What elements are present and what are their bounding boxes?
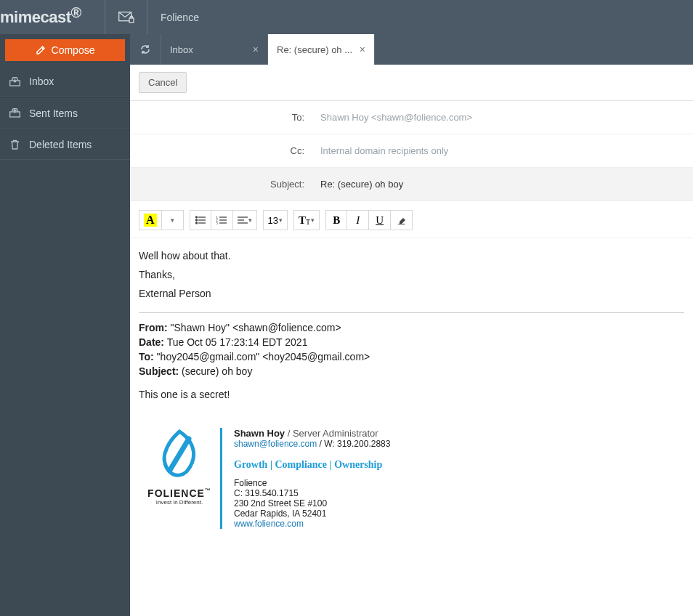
compose-actions: Cancel <box>130 65 693 101</box>
signature-body: Shawn Hoy / Server Administrator shawn@f… <box>234 428 390 529</box>
bold-icon: B <box>333 214 340 227</box>
quoted-date-value: Tue Oct 05 17:23:14 EDT 2021 <box>164 336 307 348</box>
message-body[interactable]: Well how about that. Thanks, External Pe… <box>130 238 693 616</box>
to-input[interactable] <box>317 108 693 127</box>
svg-point-8 <box>195 222 197 224</box>
sidebar-item-sent[interactable]: Sent Items <box>0 97 130 129</box>
svg-point-6 <box>195 219 197 221</box>
underline-button[interactable]: U <box>369 210 391 230</box>
sidebar-item-label: Sent Items <box>29 108 78 119</box>
quoted-message: From: "Shawn Hoy" <shawn@folience.com> D… <box>139 322 684 400</box>
number-list-icon: 123 <box>216 216 227 224</box>
tab-compose-active[interactable]: Re: (secure) oh ... × <box>268 34 375 65</box>
signature-tagline: Growth | Compliance | Ownership <box>234 459 390 471</box>
tab-label: Inbox <box>170 44 193 55</box>
brand-reg-mark: ® <box>71 4 82 21</box>
quote-separator <box>139 312 684 313</box>
quoted-subject-label: Subject: <box>139 365 179 377</box>
signature-addr2: Cedar Rapids, IA 52401 <box>234 508 390 519</box>
signature-divider <box>220 428 222 529</box>
signature-cell: C: 319.540.1715 <box>234 488 390 498</box>
quoted-subject-value: (secure) oh boy <box>179 365 252 377</box>
align-icon <box>238 216 248 224</box>
brand-logo: mimecast® <box>0 0 105 34</box>
signature-email[interactable]: shawn@folience.com <box>234 439 317 449</box>
bullet-list-button[interactable] <box>190 210 211 230</box>
eraser-button[interactable] <box>391 210 413 230</box>
svg-rect-1 <box>129 18 134 23</box>
cc-input[interactable] <box>317 141 693 161</box>
app-name: Folience <box>147 0 199 34</box>
to-label: To: <box>130 112 317 123</box>
font-color-dropdown[interactable] <box>162 210 184 230</box>
body-line: External Person <box>139 288 684 299</box>
signature-addr1: 230 2nd Street SE #100 <box>234 498 390 508</box>
close-icon[interactable]: × <box>360 44 365 55</box>
quoted-to-label: To: <box>139 351 154 362</box>
close-icon[interactable]: × <box>253 44 259 55</box>
brand-text: mimecast <box>0 8 71 27</box>
to-row: To: <box>130 101 693 134</box>
quoted-date-label: Date: <box>139 336 164 348</box>
signature-company: Folience <box>234 478 390 488</box>
refresh-icon <box>139 44 151 55</box>
svg-point-4 <box>195 216 197 218</box>
heading-button[interactable]: TT <box>293 210 320 230</box>
number-list-button[interactable]: 123 <box>211 210 233 230</box>
compose-button[interactable]: Compose <box>5 39 125 61</box>
svg-text:3: 3 <box>216 221 218 224</box>
svg-rect-19 <box>398 224 405 224</box>
sidebar: Compose Inbox Sent Items Deleted Items <box>0 34 130 616</box>
quoted-body: This one is a secret! <box>139 389 684 400</box>
signature-name: Shawn Hoy <box>234 428 285 439</box>
tab-inbox[interactable]: Inbox × <box>161 34 268 65</box>
quoted-to-value: "hoy2045@gmail.com" <hoy2045@gmail.com> <box>154 351 370 362</box>
top-bar: mimecast® Folience <box>0 0 693 34</box>
mail-lock-icon[interactable] <box>105 0 147 34</box>
signature-website[interactable]: www.folience.com <box>234 519 304 529</box>
signature-block: FOLIENCE™ Invest in Different. Shawn Hoy… <box>139 428 684 529</box>
signature-logo: FOLIENCE™ Invest in Different. <box>139 428 220 529</box>
header-fields: To: Cc: Subject: <box>130 101 693 201</box>
cc-row: Cc: <box>130 134 693 168</box>
body-line: Thanks, <box>139 269 684 280</box>
pencil-icon <box>36 45 46 55</box>
subject-input[interactable] <box>317 174 693 194</box>
signature-title: Server Administrator <box>293 428 378 439</box>
signature-logo-text: FOLIENCE™ <box>147 487 211 499</box>
font-size-value: 13 <box>268 215 278 226</box>
cancel-button[interactable]: Cancel <box>139 72 187 93</box>
body-line: Well how about that. <box>139 250 684 262</box>
quoted-from-value: "Shawn Hoy" <shawn@folience.com> <box>168 322 341 333</box>
quoted-from-label: From: <box>139 322 168 333</box>
heading-icon: T <box>299 214 306 227</box>
signature-phone: 319.200.2883 <box>337 439 390 449</box>
tab-strip: Inbox × Re: (secure) oh ... × <box>130 34 693 65</box>
sidebar-item-label: Inbox <box>29 76 54 87</box>
italic-icon: I <box>356 214 360 227</box>
cc-label: Cc: <box>130 145 317 156</box>
bold-button[interactable]: B <box>325 210 347 230</box>
sidebar-item-label: Deleted Items <box>29 139 92 150</box>
refresh-button[interactable] <box>130 34 161 65</box>
bullet-list-icon <box>195 216 206 224</box>
eraser-icon <box>397 216 407 224</box>
font-size-button[interactable]: 13 <box>263 210 288 230</box>
signature-logo-tagline: Invest in Different. <box>156 499 203 506</box>
heading-sub-icon: T <box>306 218 310 226</box>
align-button[interactable] <box>233 210 257 230</box>
tab-label: Re: (secure) oh ... <box>277 44 352 55</box>
compose-label: Compose <box>52 44 95 56</box>
leaf-icon <box>154 428 205 483</box>
underline-icon: U <box>376 214 384 227</box>
font-color-button[interactable]: A <box>139 210 162 230</box>
trash-icon <box>9 139 20 150</box>
italic-button[interactable]: I <box>347 210 369 230</box>
sidebar-item-deleted[interactable]: Deleted Items <box>0 129 130 160</box>
outbox-icon <box>9 108 20 118</box>
inbox-icon <box>9 77 20 86</box>
format-toolbar: A 123 13 TT B I <box>130 201 693 238</box>
font-a-icon: A <box>144 214 157 227</box>
subject-label: Subject: <box>130 179 317 190</box>
sidebar-item-inbox[interactable]: Inbox <box>0 66 130 97</box>
